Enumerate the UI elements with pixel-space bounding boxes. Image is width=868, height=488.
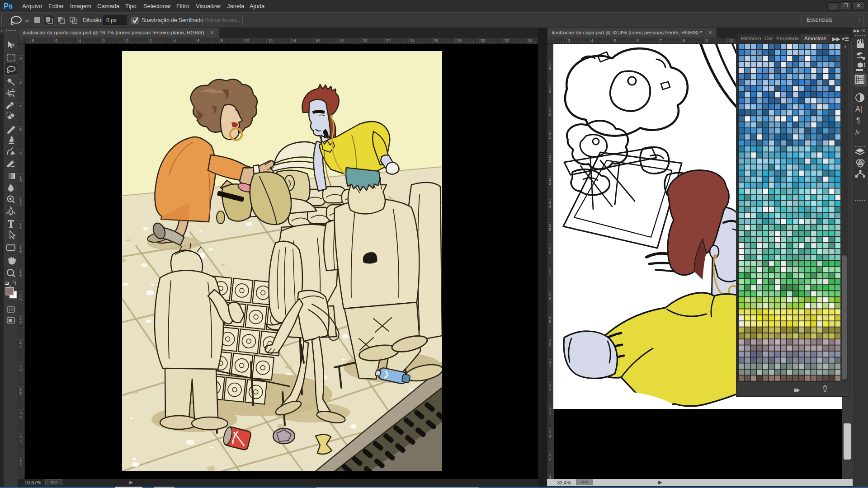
svg-text:4: 4 [19, 344, 22, 349]
svg-text:5: 5 [549, 227, 551, 232]
svg-text:7: 7 [660, 38, 662, 43]
svg-text:1: 1 [549, 365, 551, 369]
svg-text:2: 2 [19, 320, 22, 325]
svg-text:5: 5 [549, 457, 551, 461]
svg-text:2: 2 [19, 202, 22, 207]
svg-text:0: 0 [19, 297, 22, 301]
svg-text:4: 4 [549, 204, 551, 209]
svg-text:32: 32 [505, 38, 509, 43]
svg-text:0: 0 [19, 178, 22, 183]
svg-text:8: 8 [549, 66, 551, 71]
svg-text:2: 2 [549, 388, 551, 392]
svg-text:2: 2 [103, 38, 105, 43]
svg-text:1: 1 [549, 135, 551, 140]
svg-text:2: 2 [19, 80, 22, 84]
svg-text:fx: fx [855, 128, 860, 135]
svg-text:18: 18 [339, 38, 344, 43]
svg-text:9: 9 [549, 89, 551, 94]
svg-text:34: 34 [528, 38, 533, 43]
svg-text:8: 8 [32, 38, 34, 43]
svg-text:12: 12 [268, 38, 273, 43]
svg-text:22: 22 [386, 38, 391, 43]
svg-text:4: 4 [19, 104, 22, 108]
svg-text:2: 2 [549, 158, 551, 163]
svg-text:6: 6 [19, 368, 22, 372]
svg-text:4: 4 [549, 434, 551, 438]
svg-text:6: 6 [637, 38, 639, 43]
svg-text:8: 8 [683, 38, 685, 43]
svg-text:8: 8 [549, 296, 551, 300]
svg-text:0: 0 [549, 342, 551, 347]
svg-text:4: 4 [174, 38, 176, 43]
svg-text:16: 16 [315, 38, 320, 43]
svg-text:10: 10 [729, 38, 733, 43]
svg-text:4: 4 [591, 38, 593, 43]
svg-text:3: 3 [549, 181, 551, 186]
svg-text:3: 3 [568, 38, 570, 43]
svg-text:¶: ¶ [856, 117, 860, 124]
svg-text:30: 30 [481, 38, 485, 43]
svg-text:3: 3 [549, 411, 551, 415]
svg-text:20: 20 [363, 38, 367, 43]
svg-text:0: 0 [19, 415, 22, 419]
svg-text:A|: A| [855, 105, 862, 113]
svg-text:8: 8 [19, 391, 22, 396]
svg-text:24: 24 [410, 38, 415, 43]
svg-text:4: 4 [19, 462, 22, 467]
svg-text:0: 0 [549, 113, 551, 117]
svg-text:6: 6 [19, 127, 22, 132]
svg-text:7: 7 [549, 273, 551, 277]
svg-text:6: 6 [19, 249, 22, 254]
svg-text:8: 8 [221, 38, 223, 43]
svg-text:8: 8 [19, 151, 22, 155]
svg-text:9: 9 [549, 319, 551, 324]
svg-text:8: 8 [19, 273, 22, 278]
svg-text:28: 28 [457, 38, 462, 43]
svg-text:0: 0 [19, 56, 22, 61]
svg-text:6: 6 [197, 38, 199, 43]
svg-text:4: 4 [19, 226, 22, 230]
svg-text:0: 0 [126, 38, 128, 43]
svg-text:6: 6 [55, 38, 57, 43]
svg-text:14: 14 [292, 38, 296, 43]
svg-text:2: 2 [19, 439, 22, 443]
svg-text:10: 10 [245, 38, 249, 43]
svg-text:26: 26 [434, 38, 438, 43]
svg-text:9: 9 [706, 38, 708, 43]
svg-text:6: 6 [549, 250, 551, 254]
